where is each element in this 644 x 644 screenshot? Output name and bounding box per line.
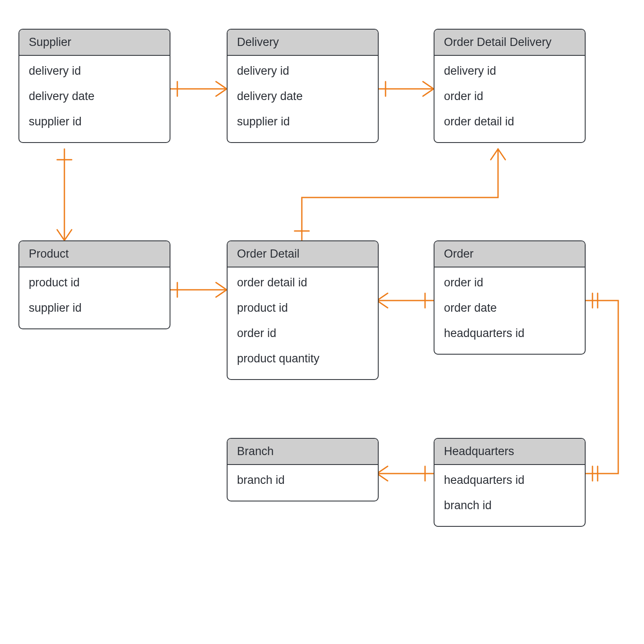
entity-attr: branch id xyxy=(434,493,585,518)
er-diagram-canvas: Supplier delivery id delivery date suppl… xyxy=(0,0,644,644)
entity-title: Order xyxy=(434,241,585,267)
entity-attrs: delivery id order id order detail id xyxy=(434,56,585,142)
svg-line-17 xyxy=(498,149,505,160)
entity-attrs: headquarters id branch id xyxy=(434,465,585,526)
svg-line-16 xyxy=(491,149,498,160)
entity-attr: delivery id xyxy=(434,58,585,84)
entity-attr: delivery id xyxy=(228,58,378,84)
entity-branch[interactable]: Branch branch id xyxy=(227,438,379,501)
entity-title: Supplier xyxy=(19,30,170,56)
entity-headquarters[interactable]: Headquarters headquarters id branch id xyxy=(434,438,586,527)
entity-title: Order Detail xyxy=(228,241,378,267)
entity-attr: supplier id xyxy=(228,109,378,134)
entity-attr: order id xyxy=(434,270,585,295)
entity-attr: delivery date xyxy=(228,84,378,109)
entity-delivery[interactable]: Delivery delivery id delivery date suppl… xyxy=(227,29,379,143)
entity-attrs: order detail id product id order id prod… xyxy=(228,267,378,379)
entity-attr: order detail id xyxy=(434,109,585,134)
entity-attr: order id xyxy=(228,321,378,346)
entity-attr: branch id xyxy=(228,468,378,493)
entity-title: Product xyxy=(19,241,170,267)
entity-attr: order id xyxy=(434,84,585,109)
entity-supplier[interactable]: Supplier delivery id delivery date suppl… xyxy=(18,29,170,143)
entity-attr: product quantity xyxy=(228,346,378,371)
entity-order-detail[interactable]: Order Detail order detail id product id … xyxy=(227,240,379,380)
svg-line-5 xyxy=(423,89,434,96)
entity-attrs: branch id xyxy=(228,465,378,501)
entity-product[interactable]: Product product id supplier id xyxy=(18,240,170,329)
entity-attr: supplier id xyxy=(19,109,170,134)
svg-line-4 xyxy=(423,82,434,89)
entity-attrs: order id order date headquarters id xyxy=(434,267,585,354)
entity-attr: supplier id xyxy=(19,295,170,321)
rel-hq-order xyxy=(584,301,618,474)
entity-attr: order detail id xyxy=(228,270,378,295)
svg-line-2 xyxy=(216,89,227,96)
entity-order[interactable]: Order order id order date headquarters i… xyxy=(434,240,586,355)
entity-title: Branch xyxy=(228,439,378,465)
rel-orderdetail-odd xyxy=(302,149,498,240)
svg-line-10 xyxy=(216,283,227,290)
svg-line-11 xyxy=(216,290,227,297)
entity-attr: product id xyxy=(228,295,378,321)
entity-title: Headquarters xyxy=(434,439,585,465)
entity-title: Delivery xyxy=(228,30,378,56)
entity-attr: headquarters id xyxy=(434,468,585,493)
entity-attr: order date xyxy=(434,295,585,321)
entity-attr: delivery date xyxy=(19,84,170,109)
entity-attr: product id xyxy=(19,270,170,295)
entity-attr: delivery id xyxy=(19,58,170,84)
svg-line-1 xyxy=(216,82,227,89)
svg-line-8 xyxy=(64,230,72,240)
entity-title: Order Detail Delivery xyxy=(434,30,585,56)
entity-attrs: product id supplier id xyxy=(19,267,170,328)
svg-line-7 xyxy=(57,230,64,240)
entity-order-detail-delivery[interactable]: Order Detail Delivery delivery id order … xyxy=(434,29,586,143)
entity-attr: headquarters id xyxy=(434,321,585,346)
entity-attrs: delivery id delivery date supplier id xyxy=(228,56,378,142)
entity-attrs: delivery id delivery date supplier id xyxy=(19,56,170,142)
